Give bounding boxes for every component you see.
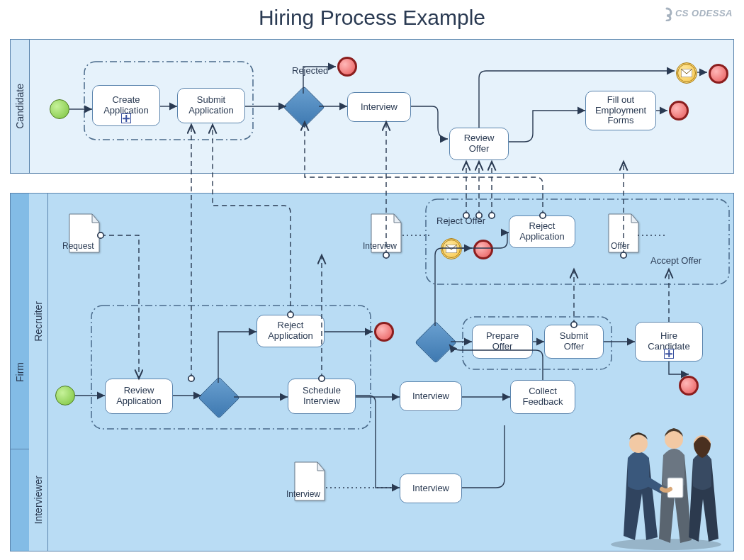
start-event-icon bbox=[50, 99, 69, 119]
start-event-icon bbox=[55, 386, 75, 405]
task-submit-offer: Submit Offer bbox=[544, 325, 604, 359]
document-label: Offer bbox=[611, 241, 629, 251]
people-illustration bbox=[602, 408, 730, 550]
task-interview-candidate: Interview bbox=[347, 92, 411, 122]
diagram-title: Hiring Process Example bbox=[0, 6, 744, 30]
task-reject-application-top: Reject Application bbox=[509, 215, 575, 248]
task-prepare-offer: Prepare Offer bbox=[472, 325, 533, 359]
pool-header-firm: Firm bbox=[11, 194, 30, 551]
subprocess-marker-icon bbox=[121, 113, 131, 123]
document-label: Interview bbox=[363, 241, 397, 251]
document-label: Request bbox=[62, 241, 94, 251]
message-event-icon bbox=[441, 238, 462, 259]
label-rejected: Rejected bbox=[292, 65, 328, 76]
brand-logo: CS ODESSA bbox=[660, 7, 733, 21]
task-review-offer: Review Offer bbox=[449, 128, 509, 160]
lane-header-recruiter: Recruiter bbox=[29, 194, 48, 449]
task-hire-candidate: Hire Candidate bbox=[635, 322, 703, 362]
end-event-icon bbox=[374, 322, 394, 342]
document-label: Interview bbox=[286, 489, 320, 499]
task-interview-recruiter: Interview bbox=[400, 381, 462, 411]
label-accept-offer: Accept Offer bbox=[650, 255, 701, 266]
task-create-application: Create Application bbox=[92, 85, 160, 126]
task-review-application: Review Application bbox=[105, 379, 173, 414]
task-fill-forms: Fill out Employment Forms bbox=[585, 91, 656, 130]
svg-point-7 bbox=[629, 435, 648, 453]
end-event-icon bbox=[709, 64, 728, 84]
subprocess-marker-icon bbox=[664, 349, 674, 359]
task-interview-interviewer: Interview bbox=[400, 474, 462, 503]
pool-header-candidate: Candidate bbox=[11, 40, 30, 173]
task-collect-feedback: Collect Feedback bbox=[510, 380, 575, 414]
label-reject-offer: Reject Offer bbox=[436, 215, 485, 226]
end-event-icon bbox=[473, 240, 493, 259]
end-event-icon bbox=[669, 101, 689, 121]
svg-rect-2 bbox=[426, 199, 729, 284]
group-recruiter-offer-top bbox=[425, 198, 730, 285]
lane-header-interviewer: Interviewer bbox=[29, 449, 48, 551]
message-event-icon bbox=[676, 62, 697, 84]
end-event-icon bbox=[679, 376, 699, 396]
end-event-icon bbox=[337, 57, 357, 77]
task-schedule-interview: Schedule Interview bbox=[288, 379, 356, 414]
task-reject-application-recruiter: Reject Application bbox=[257, 315, 325, 347]
task-submit-application: Submit Application bbox=[177, 88, 245, 123]
